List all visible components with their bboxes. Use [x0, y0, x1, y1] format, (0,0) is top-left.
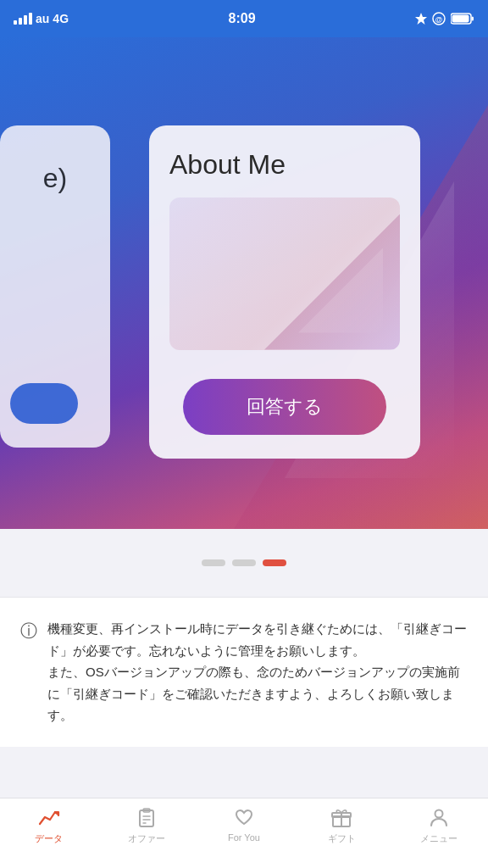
svg-rect-3 [452, 15, 469, 23]
tab-menu-label: メニュー [420, 832, 458, 845]
info-icon: ⓘ [20, 620, 37, 643]
person-icon [428, 807, 450, 829]
tab-data-label: データ [35, 832, 63, 845]
cta-button[interactable]: 回答する [183, 379, 386, 435]
battery-icon [451, 13, 474, 25]
clipboard-icon [136, 807, 158, 829]
card-main: About Me 回答する [149, 125, 420, 459]
status-bar: au 4G 8:09 @ [0, 0, 488, 37]
dot-2 [232, 559, 256, 566]
card-left-content: e) [33, 149, 77, 208]
cards-row: e) About Me 回答する [17, 125, 471, 459]
location-icon [415, 13, 427, 25]
card-left-button[interactable] [10, 383, 78, 424]
tab-gift-label: ギフト [328, 832, 356, 845]
dot-1 [202, 559, 225, 566]
svg-text:@: @ [435, 15, 443, 24]
status-right: @ [415, 12, 474, 25]
tab-foryou-label: For You [228, 832, 260, 843]
chart-icon [38, 807, 60, 829]
tab-offer-label: オファー [128, 832, 165, 845]
card-left-partial-text: e) [43, 163, 67, 194]
info-text: 機種変更、再インストール時にデータを引き継ぐためには、「引継ぎコード」が必要です… [47, 618, 468, 726]
status-left: au 4G [14, 12, 69, 25]
tab-offer[interactable]: オファー [113, 807, 180, 845]
svg-rect-4 [472, 17, 474, 21]
svg-point-12 [435, 810, 443, 818]
network-label: 4G [53, 12, 69, 25]
gift-icon [330, 807, 352, 829]
svg-rect-5 [140, 810, 153, 826]
dot-3 [263, 559, 286, 566]
card-main-title: About Me [169, 149, 400, 181]
info-section: ⓘ 機種変更、再インストール時にデータを引き継ぐためには、「引継ぎコード」が必要… [0, 597, 488, 747]
info-row: ⓘ 機種変更、再インストール時にデータを引き継ぐためには、「引継ぎコード」が必要… [20, 618, 468, 726]
at-icon: @ [432, 12, 446, 25]
tab-data[interactable]: データ [15, 807, 83, 845]
heart-gift-icon [233, 807, 255, 829]
card-left: e) [0, 125, 110, 448]
time-label: 8:09 [229, 11, 256, 26]
card-main-visual [169, 198, 400, 350]
card-inner-shape2 [298, 248, 383, 333]
hero-area: e) About Me 回答する [0, 37, 488, 529]
tab-foryou[interactable]: For You [210, 807, 278, 843]
tab-bar: データ オファー For You ギフト [0, 798, 488, 868]
tab-gift[interactable]: ギフト [308, 807, 375, 845]
signal-icon [14, 13, 32, 25]
dots-indicator [0, 559, 488, 566]
tab-menu[interactable]: メニュー [405, 807, 473, 845]
carrier-label: au [36, 12, 49, 25]
